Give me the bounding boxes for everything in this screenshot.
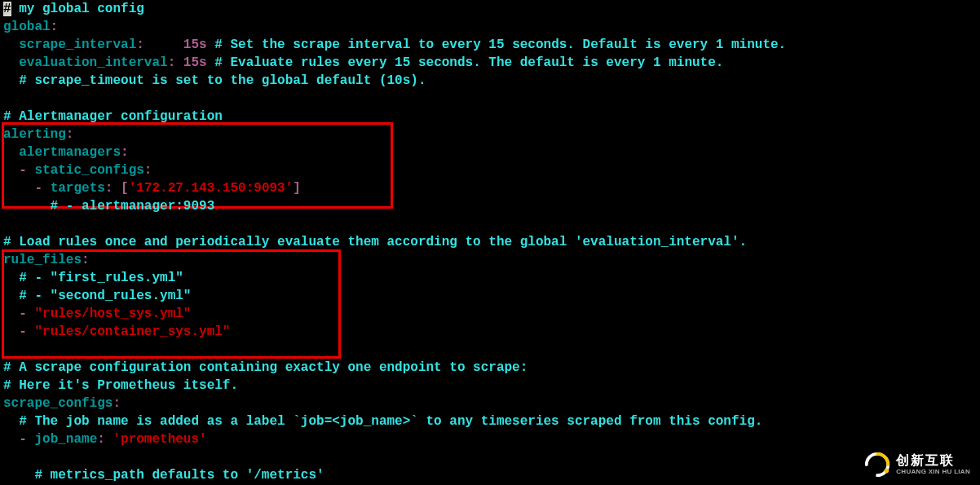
svg-point-0 [885, 469, 890, 474]
yaml-string: 'prometheus' [113, 432, 206, 447]
comment: # Load rules once and periodically evalu… [3, 235, 747, 249]
yaml-key: job_name [34, 432, 97, 447]
logo-text-zh: 创新互联 [896, 454, 970, 467]
comment: my global config [11, 2, 144, 16]
yaml-key: global [3, 20, 51, 34]
comment: # Evaluate rules every 15 seconds. The d… [214, 55, 723, 70]
yaml-key: rule_files [3, 253, 82, 267]
comment: # Set the scrape interval to every 15 se… [214, 37, 786, 52]
comment: # Alertmanager configuration [3, 109, 223, 124]
comment: # The job name is added as a label `job=… [19, 414, 762, 429]
cursor: # [3, 2, 11, 16]
yaml-string: '172.27.143.150:9093' [129, 181, 294, 196]
yaml-string: "rules/container_sys.yml" [34, 324, 230, 339]
logo-text-en: CHUANG XIN HU LIAN [896, 469, 970, 475]
comment: # metrics_path defaults to '/metrics' [34, 468, 324, 483]
yaml-key: alerting [3, 127, 66, 142]
comment: # scrape_timeout is set to the global de… [19, 73, 426, 88]
comment: # - alertmanager:9093 [51, 199, 215, 214]
comment: # - "second_rules.yml" [19, 289, 191, 303]
yaml-string: "rules/host_sys.yml" [34, 306, 191, 321]
yaml-key: alertmanagers [19, 145, 121, 160]
logo-icon [863, 451, 891, 478]
yaml-key: scrape_configs [3, 396, 113, 411]
watermark-logo: 创新互联 CHUANG XIN HU LIAN [863, 451, 970, 478]
yaml-key: scrape_interval [19, 37, 136, 52]
comment: # Here it's Prometheus itself. [3, 378, 238, 393]
comment: # - "first_rules.yml" [19, 271, 183, 285]
yaml-value: 15s [183, 37, 207, 52]
yaml-key: evaluation_interval [19, 55, 167, 70]
comment: # A scrape configuration containing exac… [3, 360, 528, 375]
yaml-key: static_configs [34, 163, 143, 178]
yaml-value: 15s [183, 55, 207, 70]
code-block: # my global config global: scrape_interv… [0, 0, 980, 484]
yaml-key: targets [51, 181, 105, 196]
